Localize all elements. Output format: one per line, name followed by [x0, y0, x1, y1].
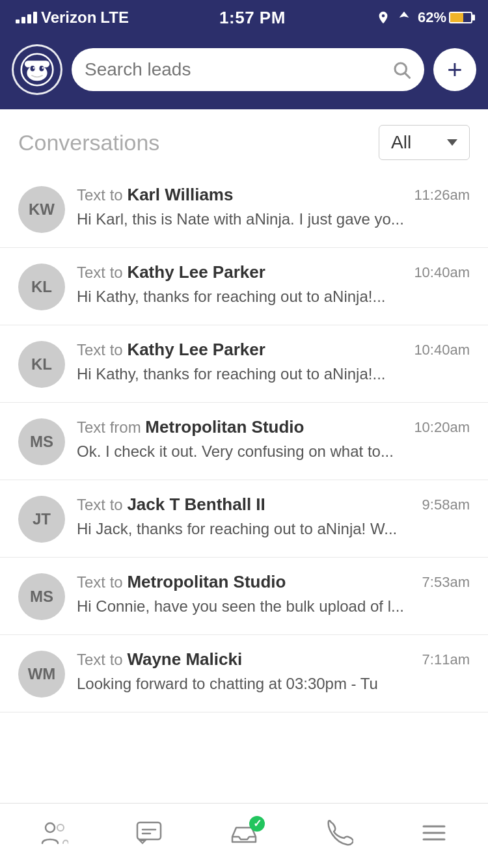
conversation-preview: Hi Kathy, thanks for reaching out to aNi…: [77, 288, 441, 306]
conversation-content: Text from Metropolitan Studio 10:20am Ok…: [77, 417, 470, 461]
avatar: MS: [18, 418, 65, 465]
svg-point-5: [33, 67, 35, 69]
conversation-header-text: Text from Metropolitan Studio: [77, 417, 304, 437]
filter-label: All: [391, 132, 411, 153]
conversations-title: Conversations: [18, 130, 159, 156]
conversation-direction: Text from: [77, 418, 145, 436]
conversation-time: 10:40am: [414, 342, 470, 359]
ninja-logo-icon: [20, 53, 54, 87]
conversation-top: Text to Kathy Lee Parker 10:40am: [77, 262, 470, 282]
conversation-name: Karl Williams: [127, 185, 233, 204]
add-lead-button[interactable]: +: [433, 48, 476, 91]
conversation-name: Metropolitan Studio: [145, 417, 304, 437]
conversation-content: Text to Kathy Lee Parker 10:40am Hi Kath…: [77, 340, 470, 383]
bottom-nav: ✓: [0, 803, 488, 868]
nav-inbox[interactable]: ✓: [197, 819, 291, 847]
conversation-top: Text to Wayne Malicki 7:11am: [77, 649, 470, 670]
location-icon: [376, 10, 390, 25]
conversation-name: Wayne Malicki: [127, 649, 242, 669]
conversation-content: Text to Metropolitan Studio 7:53am Hi Co…: [77, 572, 470, 616]
time-label: 1:57 PM: [219, 8, 286, 28]
conversation-content: Text to Jack T Benthall II 9:58am Hi Jac…: [77, 495, 470, 538]
avatar: KL: [18, 341, 65, 388]
conversation-item[interactable]: MS Text to Metropolitan Studio 7:53am Hi…: [0, 558, 488, 635]
battery-percent: 62%: [418, 9, 446, 26]
conversation-item[interactable]: WM Text to Wayne Malicki 7:11am Looking …: [0, 635, 488, 712]
conversation-header-text: Text to Wayne Malicki: [77, 649, 242, 670]
status-left: Verizon LTE: [16, 8, 129, 27]
conversation-preview: Hi Kathy, thanks for reaching out to aNi…: [77, 365, 441, 383]
conversation-header-text: Text to Kathy Lee Parker: [77, 340, 265, 360]
conversation-header-text: Text to Metropolitan Studio: [77, 572, 286, 592]
status-bar: Verizon LTE 1:57 PM 62%: [0, 0, 488, 35]
search-bar[interactable]: [72, 48, 424, 91]
conversation-header-text: Text to Karl Williams: [77, 185, 233, 205]
conversation-time: 9:58am: [422, 496, 470, 513]
filter-dropdown[interactable]: All: [379, 125, 470, 160]
avatar: KL: [18, 264, 65, 310]
conversation-item[interactable]: MS Text from Metropolitan Studio 10:20am…: [0, 403, 488, 480]
conversation-list: KW Text to Karl Williams 11:26am Hi Karl…: [0, 170, 488, 712]
add-icon: +: [447, 57, 462, 83]
conversation-content: Text to Wayne Malicki 7:11am Looking for…: [77, 649, 470, 693]
battery-fill: [450, 13, 463, 22]
conversation-item[interactable]: JT Text to Jack T Benthall II 9:58am Hi …: [0, 480, 488, 558]
conversation-header-text: Text to Jack T Benthall II: [77, 495, 265, 515]
app-logo: [12, 44, 62, 95]
conversation-preview: Hi Karl, this is Nate with aNinja. I jus…: [77, 210, 441, 228]
conversation-content: Text to Karl Williams 11:26am Hi Karl, t…: [77, 185, 470, 228]
conversation-preview: Looking forward to chatting at 03:30pm -…: [77, 675, 441, 693]
phone-icon: [325, 819, 353, 847]
status-right: 62%: [376, 9, 472, 26]
nav-menu[interactable]: [386, 819, 481, 847]
conversation-top: Text to Jack T Benthall II 9:58am: [77, 495, 470, 515]
inbox-badge-check-icon: ✓: [253, 817, 262, 830]
conversation-header-text: Text to Kathy Lee Parker: [77, 262, 265, 282]
nav-leads[interactable]: [7, 819, 102, 847]
conversation-top: Text to Metropolitan Studio 7:53am: [77, 572, 470, 592]
inbox-badge: ✓: [249, 816, 265, 832]
leads-icon: [40, 819, 68, 847]
navigation-icon: [397, 10, 411, 25]
conversation-name: Kathy Lee Parker: [127, 340, 265, 359]
conversation-content: Text to Kathy Lee Parker 10:40am Hi Kath…: [77, 262, 470, 306]
conversation-direction: Text to: [77, 496, 127, 513]
svg-point-2: [27, 65, 47, 81]
nav-chat[interactable]: [102, 819, 197, 847]
search-icon: [392, 60, 411, 79]
conversation-time: 10:40am: [414, 264, 470, 281]
chat-icon: [135, 819, 163, 847]
svg-line-8: [405, 74, 410, 78]
conversation-preview: Ok. I check it out. Very confusing on wh…: [77, 442, 441, 461]
battery-icon: [449, 12, 472, 23]
network-label: LTE: [100, 8, 129, 27]
conversation-time: 7:11am: [422, 651, 470, 668]
conversation-direction: Text to: [77, 651, 127, 668]
carrier-label: Verizon: [41, 8, 96, 27]
conversation-direction: Text to: [77, 341, 127, 359]
conversation-item[interactable]: KW Text to Karl Williams 11:26am Hi Karl…: [0, 170, 488, 248]
conversation-direction: Text to: [77, 186, 127, 204]
nav-phone[interactable]: [291, 819, 386, 847]
conversation-preview: Hi Jack, thanks for reaching out to aNin…: [77, 520, 441, 538]
signal-bars: [16, 12, 37, 23]
svg-rect-11: [137, 822, 161, 839]
search-input[interactable]: [85, 59, 384, 80]
conversation-item[interactable]: KL Text to Kathy Lee Parker 10:40am Hi K…: [0, 325, 488, 403]
chevron-down-icon: [447, 139, 457, 146]
avatar: WM: [18, 651, 65, 698]
conversation-top: Text to Karl Williams 11:26am: [77, 185, 470, 205]
conversation-item[interactable]: KL Text to Kathy Lee Parker 10:40am Hi K…: [0, 248, 488, 325]
avatar: KW: [18, 186, 65, 233]
conversation-time: 7:53am: [422, 574, 470, 591]
avatar: JT: [18, 496, 65, 543]
avatar: MS: [18, 573, 65, 620]
conversation-direction: Text to: [77, 264, 127, 281]
app-header: +: [0, 35, 488, 109]
svg-point-10: [57, 824, 64, 831]
menu-icon: [420, 819, 448, 847]
conversation-time: 11:26am: [414, 187, 470, 204]
svg-point-6: [42, 67, 44, 69]
conversation-preview: Hi Connie, have you seen the bulk upload…: [77, 597, 441, 616]
conversation-name: Jack T Benthall II: [127, 495, 265, 514]
